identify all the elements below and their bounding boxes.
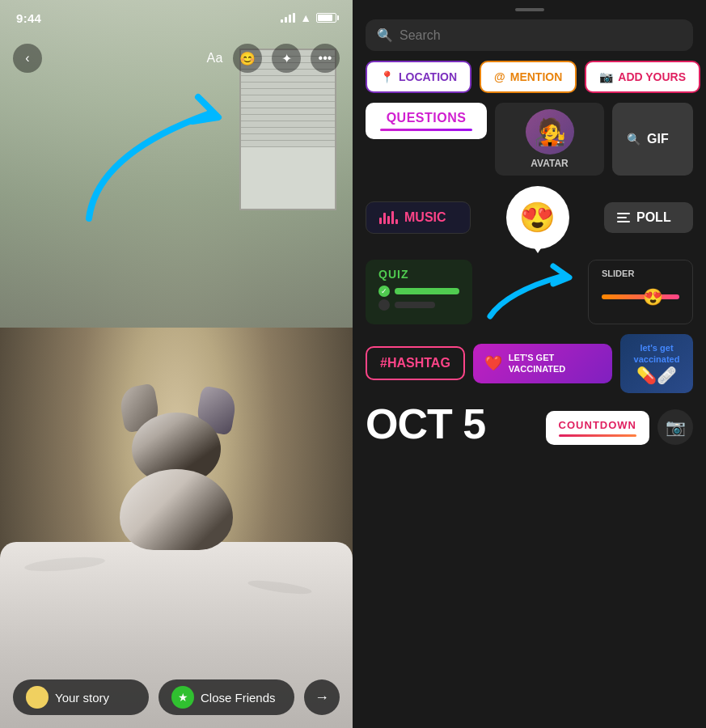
sticker-row-3: MUSIC 😍 POLL bbox=[366, 185, 693, 250]
camera-flip-button[interactable]: 📷 bbox=[657, 409, 693, 445]
sticker-row-4: QUIZ ✓ bbox=[366, 260, 693, 324]
search-input[interactable] bbox=[400, 28, 682, 43]
back-button[interactable]: ‹ bbox=[13, 44, 42, 73]
drag-handle[interactable] bbox=[515, 8, 544, 11]
gif-label: GIF bbox=[647, 132, 669, 146]
text-tool-label[interactable]: Aa bbox=[206, 51, 223, 66]
status-bar: 9:44 ▲ bbox=[0, 0, 353, 36]
vacc2-emoji: 💊🩹 bbox=[630, 366, 683, 385]
send-button[interactable]: → bbox=[304, 679, 340, 715]
add-yours-sticker[interactable]: 📷 ADD YOURS bbox=[585, 61, 700, 93]
vacc-heart-icon: ❤️ bbox=[484, 354, 502, 372]
location-icon: 📍 bbox=[380, 70, 394, 83]
story-bottom: Your story ★ Close Friends → bbox=[0, 667, 353, 728]
your-story-button[interactable]: Your story bbox=[13, 679, 149, 715]
mention-icon: @ bbox=[494, 70, 505, 83]
add-yours-label: ADD YOURS bbox=[618, 70, 686, 83]
your-story-label: Your story bbox=[55, 691, 109, 705]
signal-icon bbox=[281, 13, 295, 23]
sparkle-button[interactable]: ✦ bbox=[272, 44, 301, 73]
sticker-grid: 📍 LOCATION @ MENTION 📷 ADD YOURS QUESTIO… bbox=[353, 61, 706, 728]
left-panel: 9:44 ▲ ‹ Aa 😊 ✦ ••• bbox=[0, 0, 353, 728]
gif-search-icon: 🔍 bbox=[627, 133, 640, 146]
right-panel: 🔍 📍 LOCATION @ MENTION 📷 ADD YOURS QUES bbox=[353, 0, 706, 728]
mention-sticker[interactable]: @ MENTION bbox=[480, 61, 577, 93]
music-label: MUSIC bbox=[404, 210, 446, 225]
story-toolbar: ‹ Aa 😊 ✦ ••• bbox=[0, 36, 353, 81]
emoji-reaction-sticker[interactable]: 😍 bbox=[509, 188, 567, 247]
vaccinated-sticker[interactable]: ❤️ LET'S GETVACCINATED bbox=[473, 344, 612, 383]
poll-sticker[interactable]: POLL bbox=[604, 202, 693, 233]
music-sticker[interactable]: MUSIC bbox=[366, 201, 471, 234]
bubble-tail bbox=[531, 243, 544, 253]
status-time: 9:44 bbox=[16, 11, 41, 25]
vacc-sticker2[interactable]: let's getvaccinated 💊🩹 bbox=[620, 334, 693, 393]
questions-sticker[interactable]: QUESTIONS bbox=[366, 103, 487, 139]
oct-date: OCT 5 bbox=[366, 403, 485, 445]
questions-label: QUESTIONS bbox=[387, 111, 467, 125]
location-label: LOCATION bbox=[399, 70, 457, 83]
gif-sticker[interactable]: 🔍 GIF bbox=[612, 103, 693, 176]
poll-icon bbox=[617, 213, 630, 222]
location-sticker[interactable]: 📍 LOCATION bbox=[366, 61, 471, 93]
search-icon: 🔍 bbox=[377, 28, 393, 43]
camera-flip-icon: 📷 bbox=[666, 417, 686, 437]
close-friends-label: Close Friends bbox=[201, 691, 276, 705]
battery-icon bbox=[316, 13, 336, 23]
quiz-label: QUIZ bbox=[378, 268, 459, 281]
add-yours-icon: 📷 bbox=[599, 70, 613, 83]
sticker-row-1: 📍 LOCATION @ MENTION 📷 ADD YOURS bbox=[366, 61, 693, 93]
dog-figure bbox=[104, 388, 249, 550]
hashtag-label: #HASHTAG bbox=[380, 356, 450, 370]
cyan-arrow-right bbox=[482, 260, 579, 324]
avatar-sticker[interactable]: 🧑‍🎤 AVATAR bbox=[495, 103, 604, 176]
avatar-label: AVATAR bbox=[531, 158, 568, 169]
status-icons: ▲ bbox=[281, 11, 336, 24]
story-options: Your story ★ Close Friends → bbox=[13, 679, 340, 715]
countdown-label: COUNTDOWN bbox=[559, 419, 636, 431]
more-button[interactable]: ••• bbox=[311, 44, 340, 73]
emoji-slider-sticker[interactable]: SLIDER 😍 bbox=[588, 260, 693, 324]
close-friends-avatar: ★ bbox=[171, 686, 194, 709]
music-bars-icon bbox=[379, 211, 398, 224]
questions-underline bbox=[380, 129, 472, 131]
sticker-bottom-row: OCT 5 COUNTDOWN 📷 bbox=[366, 403, 693, 445]
avatar-face: 🧑‍🎤 bbox=[526, 109, 574, 154]
vacc-text: LET'S GETVACCINATED bbox=[509, 352, 565, 375]
sticker-row-5: #HASHTAG ❤️ LET'S GETVACCINATED let's ge… bbox=[366, 334, 693, 393]
close-friends-button[interactable]: ★ Close Friends bbox=[159, 679, 294, 715]
hashtag-sticker[interactable]: #HASHTAG bbox=[366, 346, 465, 380]
slider-label: SLIDER bbox=[602, 269, 679, 278]
sticker-row-2: QUESTIONS 🧑‍🎤 AVATAR 🔍 GIF bbox=[366, 103, 693, 176]
poll-label: POLL bbox=[636, 210, 671, 225]
sticker-button[interactable]: 😊 bbox=[233, 44, 262, 73]
wifi-icon: ▲ bbox=[300, 11, 311, 24]
search-bar: 🔍 bbox=[366, 19, 693, 51]
countdown-sticker[interactable]: COUNTDOWN bbox=[546, 411, 649, 445]
quiz-sticker[interactable]: QUIZ ✓ bbox=[366, 260, 472, 324]
slider-emoji: 😍 bbox=[643, 287, 663, 307]
slider-track: 😍 bbox=[602, 294, 679, 299]
mention-label: MENTION bbox=[510, 70, 563, 83]
vacc2-label: let's getvaccinated bbox=[630, 342, 683, 366]
your-story-avatar bbox=[26, 686, 49, 709]
countdown-underline bbox=[559, 434, 636, 437]
story-preview: 9:44 ▲ ‹ Aa 😊 ✦ ••• bbox=[0, 0, 353, 728]
quiz-options: ✓ bbox=[378, 286, 459, 311]
